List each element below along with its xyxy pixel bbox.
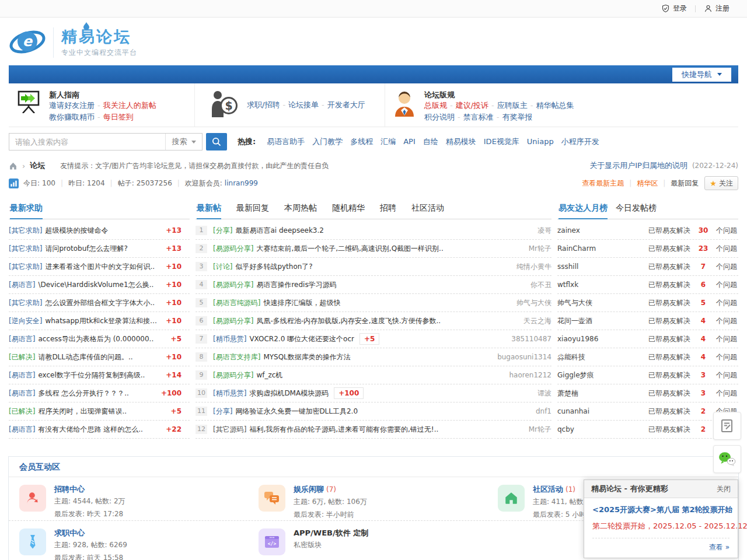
hot-search-link[interactable]: 多线程 bbox=[350, 137, 373, 146]
post-title[interactable]: wf_zc机 bbox=[256, 370, 282, 380]
search-type-dropdown[interactable]: 搜索 bbox=[165, 134, 202, 150]
rank-list-item[interactable]: ssshill 已帮易友解决 7 个问题 bbox=[557, 258, 738, 276]
post-category[interactable]: [分享] bbox=[213, 407, 232, 416]
post-author[interactable]: 凌哥 bbox=[532, 226, 551, 236]
rank-list-item[interactable]: zainex 已帮易友解决 30 个问题 bbox=[557, 222, 738, 240]
post-title[interactable]: 快速排序汇编版，超级快 bbox=[263, 298, 340, 308]
help-item-title[interactable]: 进来看看这个图片中的文字如何识.. bbox=[45, 262, 161, 272]
hot-search-link[interactable]: 小程序开发 bbox=[561, 137, 599, 146]
rank-tab[interactable]: 易友达人月榜 bbox=[558, 198, 608, 219]
follow-button[interactable]: ★ 关注 bbox=[704, 176, 738, 190]
post-author[interactable]: 385110487 bbox=[505, 335, 551, 343]
help-list-item[interactable]: [已解决] 请教DLL动态库传值的问题。.. +10 bbox=[9, 348, 190, 366]
post-list-item[interactable]: 4 [易源码分享] 易语言操作redis学习源码 你不丑 bbox=[196, 276, 551, 294]
post-list-item[interactable]: 9 [易源码分享] wf_zc机 haoren1212 bbox=[196, 366, 551, 384]
post-title[interactable]: VXOCR2.0 哪位大佬还要这个ocr bbox=[249, 334, 354, 344]
rank-list-item[interactable]: wtflxk 已帮易友解决 6 个问题 bbox=[557, 276, 738, 294]
rules-link[interactable]: 积分说明 bbox=[424, 113, 455, 121]
post-category[interactable]: [易源码分享] bbox=[213, 244, 253, 254]
post-list-item[interactable]: 1 [分享] 最新易语言ai deepseek3.2 凌哥 bbox=[196, 222, 551, 240]
rules-link[interactable]: 有奖举报 bbox=[494, 113, 533, 121]
help-list-item[interactable]: [其它求助] 超级模块的按键命令 +13 bbox=[9, 222, 190, 240]
hot-search-link[interactable]: 精易模块 bbox=[446, 137, 476, 146]
post-title[interactable]: 易语言操作redis学习源码 bbox=[256, 280, 336, 290]
posts-tab[interactable]: 招聘 bbox=[380, 198, 396, 219]
help-item-title[interactable]: excel数字千位分隔符复制到高级.. bbox=[38, 370, 161, 380]
post-category[interactable]: [其它源码] bbox=[213, 425, 246, 435]
rank-list-item[interactable]: qcby 已帮易友解决 2 个问题 bbox=[557, 421, 738, 439]
rank-user-name[interactable]: zainex bbox=[557, 226, 648, 235]
ip-notice-link[interactable]: 关于显示用户IP归属地的说明 bbox=[589, 160, 687, 171]
post-author[interactable]: 你不丑 bbox=[525, 280, 551, 290]
help-item-title[interactable]: access导出为表格后为 (0.000000.. bbox=[38, 334, 166, 344]
help-item-title[interactable]: 程序关闭时，出现弹窗错误.. bbox=[38, 407, 166, 416]
help-item-category[interactable]: [其它求助] bbox=[9, 298, 42, 308]
rules-link[interactable]: 精华帖总集 bbox=[528, 101, 574, 110]
help-item-title[interactable]: 超级模块的按键命令 bbox=[45, 226, 161, 236]
newbie-link[interactable]: 邀请好友注册 bbox=[49, 101, 95, 110]
help-list-item[interactable]: [逆向安全] whatsapp用tk和ck登录算法和接口.. +10 bbox=[9, 312, 190, 330]
popup-view-link[interactable]: 查看 » bbox=[592, 542, 729, 552]
post-category[interactable]: [精币悬赏] bbox=[213, 388, 246, 398]
help-item-title[interactable]: 多线程 怎么分开执行？？？.. bbox=[38, 388, 156, 398]
help-item-category[interactable]: [易语言] bbox=[9, 425, 35, 435]
post-author[interactable]: bugaosuni1314 bbox=[491, 353, 551, 361]
post-title[interactable]: 最新易语言ai deepseek3.2 bbox=[235, 226, 324, 236]
rules-link[interactable]: 建议/投诉 bbox=[447, 101, 488, 110]
post-list-item[interactable]: 8 [易语言支持库] MYSQL数据库类的操作方法 bugaosuni1314 bbox=[196, 348, 551, 366]
post-list-item[interactable]: 11 [分享] 网络验证永久免费一键加密DLL工具2.0 dnf1 bbox=[196, 402, 551, 421]
post-list-item[interactable]: 12 [其它源码] 福利,我所有作品的轮子源码,进来看可能有你需要的,错过无!.… bbox=[196, 421, 551, 439]
help-item-title[interactable]: 怎么设置外部组合框文字字体大小.. bbox=[45, 298, 161, 308]
post-author[interactable]: 天云之海 bbox=[518, 316, 551, 326]
post-author[interactable]: 纯情小黄牛 bbox=[511, 262, 551, 272]
site-logo[interactable]: e 精易论坛 专业中文编程交流平台 bbox=[9, 18, 738, 66]
rank-user-name[interactable]: Giggle梦痕 bbox=[557, 370, 648, 380]
newbie-link[interactable]: 每日签到 bbox=[95, 113, 134, 121]
help-item-category[interactable]: [已解决] bbox=[9, 352, 35, 362]
rank-list-item[interactable]: 帅气与大侠 已帮易友解决 5 个问题 bbox=[557, 294, 738, 312]
posts-tab[interactable]: 最新帖 bbox=[197, 198, 221, 219]
rank-user-name[interactable]: 尛能科技 bbox=[557, 352, 648, 362]
hot-search-link[interactable]: 汇编 bbox=[381, 137, 396, 146]
post-author[interactable]: Mr轮子 bbox=[523, 425, 551, 435]
posts-tab[interactable]: 社区活动 bbox=[411, 198, 444, 219]
block-title[interactable]: 娱乐闲聊(7) bbox=[294, 485, 367, 494]
help-list-item[interactable]: [易语言] \Device\HarddiskVolume1怎么换.. +10 bbox=[9, 276, 190, 294]
tab-latest-help[interactable]: 最新求助 bbox=[10, 198, 43, 219]
help-item-category[interactable]: [其它求助] bbox=[9, 244, 42, 254]
help-list-item[interactable]: [其它求助] 进来看看这个图片中的文字如何识.. +10 bbox=[9, 258, 190, 276]
help-item-category[interactable]: [其它求助] bbox=[9, 226, 42, 236]
help-item-category[interactable]: [已解决] bbox=[9, 407, 35, 416]
help-list-item[interactable]: [易语言] excel数字千位分隔符复制到高级.. +14 bbox=[9, 366, 190, 384]
posts-tab[interactable]: 随机精华 bbox=[332, 198, 365, 219]
hot-search-link[interactable]: 入门教学 bbox=[312, 137, 343, 146]
latest-replies-link[interactable]: 最新回复 bbox=[671, 178, 699, 188]
post-category[interactable]: [讨论] bbox=[213, 262, 232, 272]
popup-announcement-link[interactable]: <2025开源大赛>第八届 第2轮投票开始 bbox=[592, 505, 729, 515]
post-list-item[interactable]: 2 [易源码分享] 大赛结束前,最后一个轮子,二维码,高速识别,Q截图一样识别.… bbox=[196, 240, 551, 258]
post-author[interactable]: dnf1 bbox=[530, 407, 551, 415]
block-title[interactable]: 求职中心 bbox=[54, 528, 127, 537]
popup-close-button[interactable]: 关闭 bbox=[717, 484, 731, 494]
help-item-category[interactable]: [易语言] bbox=[9, 334, 35, 344]
quick-nav-button[interactable]: 快捷导航 bbox=[672, 68, 731, 82]
help-item-title[interactable]: whatsapp用tk和ck登录算法和接口.. bbox=[45, 316, 161, 326]
post-category[interactable]: [易源码分享] bbox=[213, 370, 253, 380]
hot-search-link[interactable]: API bbox=[403, 137, 416, 146]
home-icon[interactable] bbox=[9, 162, 18, 170]
rules-link[interactable]: 禁言标准 bbox=[455, 113, 494, 121]
rank-user-name[interactable]: RainCharm bbox=[557, 244, 648, 253]
help-item-category[interactable]: [逆向安全] bbox=[9, 316, 42, 326]
feedback-button[interactable] bbox=[713, 412, 741, 440]
jobs-link[interactable]: 开发者大厅 bbox=[319, 100, 365, 109]
newest-member-link[interactable]: linran999 bbox=[225, 179, 258, 187]
forum-block-jobseek[interactable]: 求职中心 主题: 928, 帖数: 6269 最后发表: 前天 15:58 bbox=[9, 528, 248, 556]
post-author[interactable]: 谭波 bbox=[532, 388, 551, 398]
post-title[interactable]: 求购虚拟机DMA模块源码 bbox=[249, 388, 329, 398]
help-item-title[interactable]: \Device\HarddiskVolume1怎么换.. bbox=[38, 280, 161, 290]
forum-block-chat[interactable]: 娱乐闲聊(7) 主题: 6万, 帖数: 106万 最后发表: 半小时前 bbox=[248, 485, 487, 513]
wechat-button[interactable] bbox=[713, 445, 741, 473]
help-item-category[interactable]: [易语言] bbox=[9, 370, 35, 380]
rank-user-name[interactable]: xiaoyu1986 bbox=[557, 335, 648, 343]
post-category[interactable]: [易语言支持库] bbox=[213, 352, 260, 362]
